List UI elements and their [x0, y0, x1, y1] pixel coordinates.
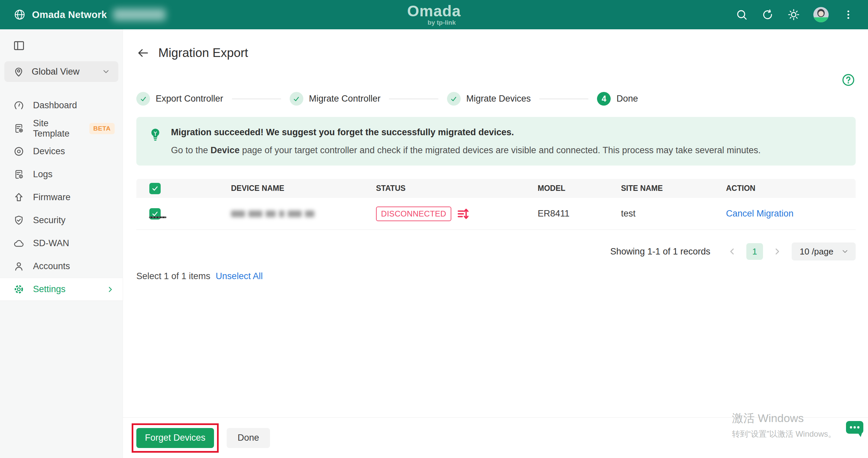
step-connector: [389, 99, 438, 99]
brand-title: Omada Network: [32, 9, 107, 20]
location-pin-icon: [13, 66, 24, 77]
banner-body-bold: Device: [211, 145, 240, 155]
sidebar-item-label: Devices: [33, 146, 65, 157]
sidebar-item-label: SD-WAN: [33, 238, 69, 249]
step-label: Migrate Controller: [309, 94, 381, 104]
sidebar-item-settings[interactable]: Settings: [0, 278, 123, 301]
step-done: 4 Done: [597, 92, 638, 106]
step-done-check-icon: [447, 92, 461, 106]
forget-devices-button[interactable]: Forget Devices: [136, 428, 214, 448]
sidebar-item-site-template[interactable]: Site Template BETA: [0, 117, 123, 140]
banner-title: Migration succeeded! We suggest you forg…: [171, 127, 761, 137]
sidebar-item-sdwan[interactable]: SD-WAN: [0, 232, 123, 255]
red-annotation-box: Forget Devices: [132, 423, 219, 453]
back-arrow-icon[interactable]: [136, 46, 150, 60]
sidebar-item-label: Firmware: [33, 192, 71, 202]
selection-summary: Select 1 of 1 items Unselect All: [136, 271, 856, 282]
chevron-right-icon: [106, 285, 115, 294]
sidebar-item-dashboard[interactable]: Dashboard: [0, 94, 123, 117]
gear-icon: [13, 284, 24, 295]
chevron-down-icon: [841, 248, 849, 256]
header-action: ACTION: [723, 184, 856, 193]
pagination: Showing 1-1 of 1 records 1 10 /page: [136, 242, 856, 260]
page-number-button[interactable]: 1: [746, 243, 763, 260]
selection-text: Select 1 of 1 items: [136, 271, 210, 282]
cloud-icon: [13, 238, 24, 249]
sidebar-item-label: Site Template: [33, 118, 84, 139]
step-export-controller: Export Controller: [136, 92, 223, 106]
refresh-icon[interactable]: [761, 8, 774, 21]
status-badge: DISCONNECTED: [376, 206, 451, 221]
windows-activation-watermark: 激活 Windows 转到“设置”以激活 Windows。: [732, 411, 836, 439]
per-page-select[interactable]: 10 /page: [792, 242, 856, 260]
page-title: Migration Export: [158, 46, 248, 60]
select-all-checkbox[interactable]: [149, 183, 161, 194]
devices-target-icon: [13, 146, 24, 157]
migration-transfer-icon: [457, 207, 470, 221]
done-button[interactable]: Done: [227, 428, 270, 448]
step-label: Migrate Devices: [466, 94, 531, 104]
table-row: DISCONNECTED ER8411 test Cancel Migratio…: [136, 198, 856, 230]
watermark-line2: 转到“设置”以激活 Windows。: [732, 429, 836, 439]
step-connector: [539, 99, 588, 99]
sidebar-item-firmware[interactable]: Firmware: [0, 186, 123, 209]
sidebar-collapse-icon[interactable]: [13, 39, 25, 52]
chat-bubble-icon[interactable]: [845, 419, 865, 438]
banner-body-suffix: page of your target controller and check…: [240, 145, 761, 155]
step-done-check-icon: [136, 92, 150, 106]
globe-icon: [13, 8, 26, 21]
table-header-row: DEVICE NAME STATUS MODEL SITE NAME ACTIO…: [136, 179, 856, 198]
records-summary: Showing 1-1 of 1 records: [610, 247, 710, 257]
site-template-doc-icon: [13, 123, 24, 134]
header-model: MODEL: [535, 184, 618, 193]
logo-main-text: Omada: [407, 3, 461, 19]
sidebar-item-logs[interactable]: Logs: [0, 163, 123, 186]
watermark-line1: 激活 Windows: [732, 411, 836, 426]
global-view-label: Global View: [32, 67, 102, 77]
more-menu-icon[interactable]: [842, 8, 855, 21]
sidebar-item-accounts[interactable]: Accounts: [0, 255, 123, 278]
beta-badge: BETA: [89, 123, 115, 134]
sidebar-nav: Dashboard Site Template BETA Devices: [0, 94, 123, 301]
header-status: STATUS: [373, 184, 535, 193]
success-banner: Migration succeeded! We suggest you forg…: [136, 117, 856, 166]
avatar[interactable]: [813, 7, 829, 22]
sidebar-item-label: Accounts: [33, 261, 70, 271]
search-icon[interactable]: [735, 8, 748, 21]
devices-table: DEVICE NAME STATUS MODEL SITE NAME ACTIO…: [136, 179, 856, 230]
unselect-all-link[interactable]: Unselect All: [216, 271, 263, 282]
sidebar-item-devices[interactable]: Devices: [0, 140, 123, 163]
cancel-migration-link[interactable]: Cancel Migration: [726, 208, 794, 219]
header-device-name: DEVICE NAME: [228, 184, 373, 193]
step-migrate-controller: Migrate Controller: [290, 92, 381, 106]
step-label: Done: [616, 94, 638, 104]
step-connector: [232, 99, 281, 99]
topbar: Omada Network Omada by tp-link: [0, 0, 868, 29]
step-label: Export Controller: [156, 94, 223, 104]
global-view-selector[interactable]: Global View: [4, 61, 118, 82]
help-icon[interactable]: [841, 73, 855, 87]
banner-body: Go to the Device page of your target con…: [171, 145, 761, 156]
sidebar-item-label: Security: [33, 215, 66, 226]
dashboard-gauge-icon: [13, 100, 24, 111]
next-page-icon[interactable]: [772, 247, 782, 257]
per-page-value: 10 /page: [800, 247, 833, 257]
migration-stepper: Export Controller Migrate Controller Mig…: [136, 92, 638, 106]
banner-body-prefix: Go to the: [171, 145, 211, 155]
omada-logo: Omada by tp-link: [407, 3, 461, 26]
sidebar-item-label: Dashboard: [33, 100, 77, 110]
sidebar-item-label: Settings: [33, 284, 66, 294]
sidebar-item-security[interactable]: Security: [0, 209, 123, 232]
logo-sub-text: by tp-link: [423, 19, 461, 26]
logs-doc-icon: [13, 169, 24, 180]
prev-page-icon[interactable]: [727, 247, 737, 257]
theme-brightness-icon[interactable]: [787, 8, 800, 21]
chevron-down-icon: [102, 67, 110, 76]
lightbulb-icon: [148, 128, 162, 141]
step-number: 4: [597, 92, 611, 106]
shield-check-icon: [13, 215, 24, 226]
redacted-account-text: [113, 9, 166, 21]
step-migrate-devices: Migrate Devices: [447, 92, 531, 106]
cell-site-name: test: [618, 208, 723, 219]
sidebar: Global View Dashboard: [0, 29, 123, 458]
